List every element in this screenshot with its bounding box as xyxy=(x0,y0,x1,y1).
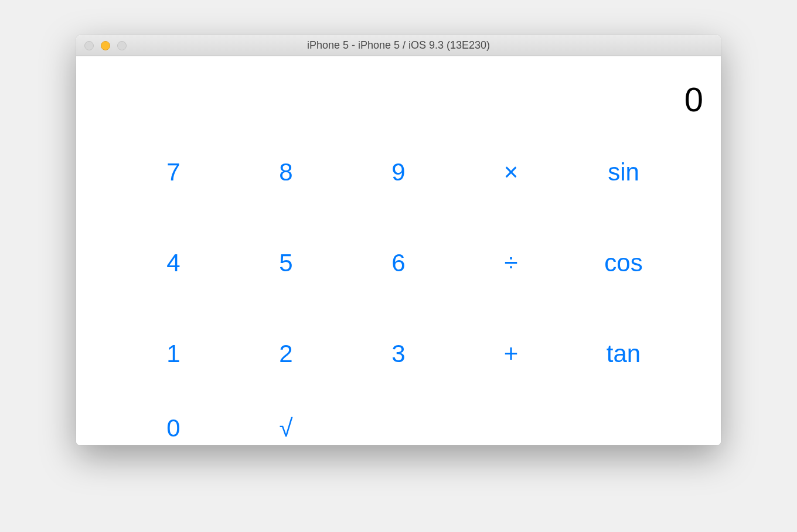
key-8[interactable]: 8 xyxy=(230,131,342,214)
window-titlebar[interactable]: iPhone 5 - iPhone 5 / iOS 9.3 (13E230) xyxy=(76,35,721,56)
key-2[interactable]: 2 xyxy=(230,312,342,395)
key-5[interactable]: 5 xyxy=(230,221,342,305)
key-0[interactable]: 0 xyxy=(117,403,230,438)
key-6[interactable]: 6 xyxy=(342,221,455,305)
calculator-display: 0 xyxy=(76,56,721,131)
close-icon[interactable] xyxy=(84,41,94,50)
simulator-window: iPhone 5 - iPhone 5 / iOS 9.3 (13E230) 0… xyxy=(76,35,721,445)
key-divide[interactable]: ÷ xyxy=(455,221,567,305)
key-1[interactable]: 1 xyxy=(117,312,230,395)
key-sqrt[interactable]: √ xyxy=(230,403,342,438)
display-value: 0 xyxy=(684,80,703,118)
key-cos[interactable]: cos xyxy=(567,221,680,305)
key-row4-c4[interactable] xyxy=(455,403,567,438)
key-row4-c3[interactable] xyxy=(342,403,455,438)
key-sin[interactable]: sin xyxy=(567,131,680,214)
minimize-icon[interactable] xyxy=(101,41,110,50)
traffic-lights xyxy=(76,41,127,50)
calculator-keypad: 7 8 9 × sin 4 5 6 ÷ cos 1 2 3 + tan 0 √ xyxy=(76,131,721,445)
key-row4-c5[interactable] xyxy=(567,403,680,438)
key-3[interactable]: 3 xyxy=(342,312,455,395)
window-title: iPhone 5 - iPhone 5 / iOS 9.3 (13E230) xyxy=(76,39,721,52)
key-7[interactable]: 7 xyxy=(117,131,230,214)
key-4[interactable]: 4 xyxy=(117,221,230,305)
key-multiply[interactable]: × xyxy=(455,131,567,214)
key-plus[interactable]: + xyxy=(455,312,567,395)
maximize-icon[interactable] xyxy=(117,41,127,50)
calculator-content: 0 7 8 9 × sin 4 5 6 ÷ cos 1 2 3 + tan 0 … xyxy=(76,56,721,445)
key-9[interactable]: 9 xyxy=(342,131,455,214)
key-tan[interactable]: tan xyxy=(567,312,680,395)
